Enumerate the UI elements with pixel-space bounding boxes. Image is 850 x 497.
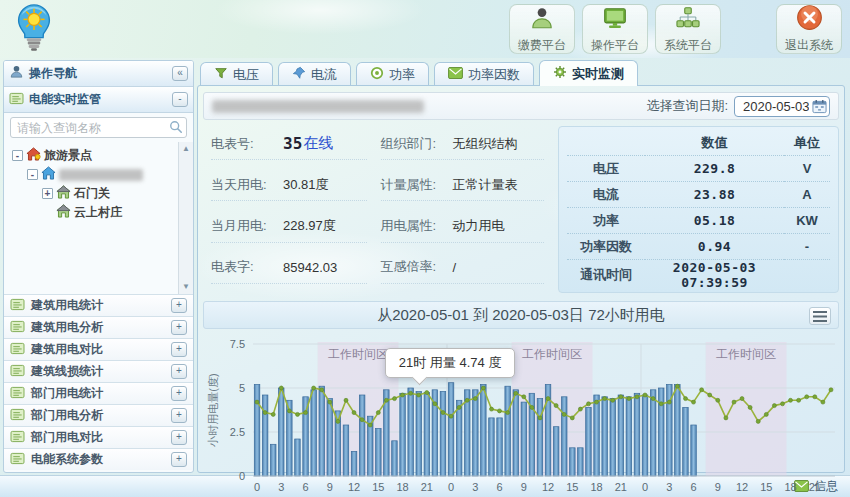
- scroll-up-icon[interactable]: ▲: [179, 142, 193, 156]
- expand-section-button[interactable]: +: [171, 430, 187, 445]
- tab-功率因数[interactable]: 功率因数: [434, 62, 534, 86]
- sidebar-item-部门用电对比[interactable]: 部门用电对比 +: [4, 426, 193, 448]
- field-value: 35: [283, 134, 302, 153]
- readings-header: 单位: [784, 131, 830, 156]
- monitor-icon: [601, 5, 629, 35]
- chart-menu-icon[interactable]: [809, 307, 831, 325]
- tab-label: 功率: [389, 66, 415, 84]
- tab-电压[interactable]: 电压: [200, 62, 273, 86]
- svg-text:6: 6: [690, 481, 696, 493]
- field-value: 动力用电: [453, 217, 505, 235]
- tree-expander-plus-icon[interactable]: +: [42, 188, 53, 199]
- card-icon: [10, 363, 25, 381]
- tree-expander-minus-icon[interactable]: -: [27, 169, 38, 180]
- person-icon: [529, 5, 555, 35]
- x-axis: 036912151821036912151821036912151821: [254, 481, 821, 493]
- sidebar-item-建筑用电分析[interactable]: 建筑用电分析 +: [4, 316, 193, 338]
- sidebar-accordion: 建筑用电统计 + 建筑用电分析 + 建筑用电对比 + 建筑线损统计 + 部门用电…: [4, 294, 193, 470]
- gear-icon: [553, 65, 567, 82]
- collapse-sidebar-button[interactable]: «: [172, 66, 188, 81]
- date-area: 选择查询日期:: [646, 96, 830, 117]
- sidebar-item-label: 建筑用电对比: [31, 341, 165, 358]
- calendar-icon[interactable]: [812, 99, 827, 117]
- chart-tooltip: 21时 用量 4.74 度: [385, 348, 516, 378]
- tree-item-masked[interactable]: -: [12, 165, 175, 184]
- collapse-panel-button[interactable]: -: [172, 92, 188, 107]
- header-button-exit[interactable]: 退出系统: [776, 4, 842, 54]
- header-button-label: 系统平台: [664, 37, 712, 54]
- expand-section-button[interactable]: +: [171, 364, 187, 379]
- date-label: 选择查询日期:: [646, 97, 728, 115]
- sidebar-item-label: 电能系统参数: [31, 451, 165, 468]
- nav-header: 操作导航 «: [4, 61, 193, 87]
- tree-item-石门关[interactable]: + 石门关: [12, 184, 175, 203]
- search-input[interactable]: [10, 117, 187, 138]
- sidebar-item-label: 部门用电对比: [31, 429, 165, 446]
- svg-text:2.5: 2.5: [230, 426, 245, 438]
- search-icon[interactable]: [169, 120, 183, 138]
- field-value: 85942.03: [283, 260, 337, 275]
- svg-text:5: 5: [239, 382, 245, 394]
- tab-功率[interactable]: 功率: [356, 62, 429, 86]
- expand-section-button[interactable]: +: [171, 298, 187, 313]
- sidebar-item-部门用电统计[interactable]: 部门用电统计 +: [4, 382, 193, 404]
- header-button-operate[interactable]: 操作平台: [582, 4, 648, 54]
- scroll-down-icon[interactable]: ▼: [179, 280, 193, 294]
- svg-text:9: 9: [715, 481, 721, 493]
- svg-text:工作时间区: 工作时间区: [328, 347, 388, 361]
- svg-text:7.5: 7.5: [230, 338, 245, 350]
- reading-label: 功率因数: [567, 234, 645, 260]
- meter-info-row: 电表号: 35 在线 组织部门: 无组织结构 当天用电: 30.81度 计量属性…: [203, 126, 839, 293]
- readings-row: 功率 05.18 KW: [567, 208, 830, 234]
- expand-section-button[interactable]: +: [171, 342, 187, 357]
- svg-text:0: 0: [448, 481, 454, 493]
- svg-text:12: 12: [348, 481, 360, 493]
- panel-header[interactable]: 电能实时监管 -: [4, 87, 193, 113]
- sidebar-item-电能系统参数[interactable]: 电能系统参数 +: [4, 448, 193, 470]
- tab-电流[interactable]: 电流: [278, 62, 351, 86]
- expand-section-button[interactable]: +: [171, 452, 187, 467]
- reading-value: 229.8: [645, 156, 784, 182]
- field-value: 正常计量表: [453, 176, 518, 194]
- header-button-system[interactable]: 系统平台: [655, 4, 721, 54]
- svg-text:18: 18: [590, 481, 602, 493]
- header-button-pay[interactable]: 缴费平台: [509, 4, 575, 54]
- card-icon: [10, 451, 25, 469]
- sidebar-item-建筑用电统计[interactable]: 建筑用电统计 +: [4, 294, 193, 316]
- tree-item-云上村庄[interactable]: 云上村庄: [12, 203, 175, 222]
- sidebar-item-建筑用电对比[interactable]: 建筑用电对比 +: [4, 338, 193, 360]
- svg-text:18: 18: [784, 481, 796, 493]
- user-icon: [9, 64, 24, 83]
- tree-item-旅游景点[interactable]: - 旅游景点: [12, 146, 175, 165]
- readings-row: 电流 23.88 A: [567, 182, 830, 208]
- reading-label: 电压: [567, 156, 645, 182]
- expand-section-button[interactable]: +: [171, 408, 187, 423]
- sidebar-item-label: 部门用电统计: [31, 385, 165, 402]
- sidebar-item-部门用电分析[interactable]: 部门用电分析 +: [4, 404, 193, 426]
- masked-title-block: [212, 100, 424, 113]
- svg-text:6: 6: [496, 481, 502, 493]
- tab-实时监测[interactable]: 实时监测: [539, 60, 638, 86]
- expand-section-button[interactable]: +: [171, 386, 187, 401]
- readings-panel: 数值单位 电压 229.8 V 电流 23.88 A 功率 05.18 KW 功…: [558, 126, 839, 293]
- field-value: /: [453, 260, 457, 275]
- expand-section-button[interactable]: +: [171, 320, 187, 335]
- tree-search: [10, 117, 187, 138]
- tree-expander-minus-icon[interactable]: -: [12, 150, 23, 161]
- sidebar-item-建筑线损统计[interactable]: 建筑线损统计 +: [4, 360, 193, 382]
- reading-label: 电流: [567, 182, 645, 208]
- tree-item-label: 石门关: [74, 185, 110, 202]
- svg-text:21: 21: [615, 481, 627, 493]
- masked-tree-label: [59, 169, 143, 181]
- top-header: 缴费平台 操作平台 系统平台 退出系统: [0, 0, 850, 58]
- tree-scrollbar[interactable]: ▲ ▼: [178, 142, 193, 294]
- funnel-icon: [214, 66, 228, 83]
- svg-text:0: 0: [254, 481, 260, 493]
- sitemap-icon: [675, 5, 701, 35]
- readings-row: 通讯时间 2020-05-03 07:39:59: [567, 260, 830, 291]
- field-label: 当天用电:: [211, 176, 283, 194]
- main-area: 电压 电流 功率 功率因数 实时监测 选择查询日期:: [197, 60, 847, 475]
- svg-text:15: 15: [760, 481, 772, 493]
- reading-label: 通讯时间: [567, 260, 645, 291]
- svg-text:15: 15: [372, 481, 384, 493]
